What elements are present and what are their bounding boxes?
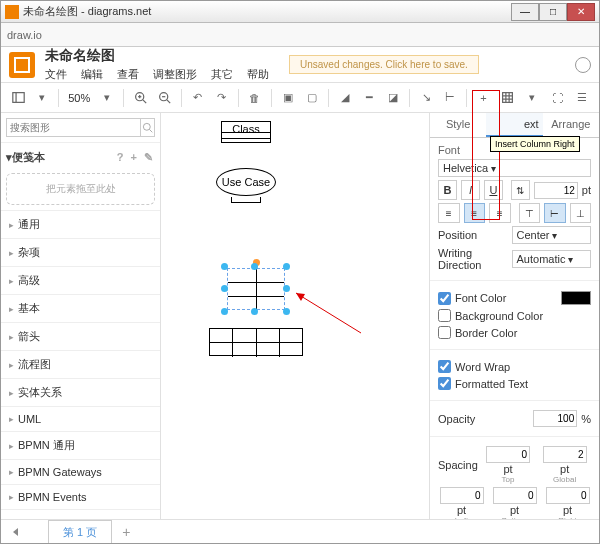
- spacing-right-input[interactable]: [546, 487, 590, 504]
- redo-icon[interactable]: ↷: [211, 87, 233, 109]
- valign-bottom-button[interactable]: ⊥: [570, 203, 592, 223]
- document-title[interactable]: 未命名绘图: [45, 47, 269, 65]
- fullscreen-icon[interactable]: ⛶: [547, 87, 569, 109]
- shape-usecase[interactable]: Use Case: [216, 168, 276, 196]
- writing-direction-select[interactable]: Automatic ▾: [512, 250, 592, 268]
- category-bpmn-gateways[interactable]: BPMN Gateways: [1, 460, 160, 485]
- align-left-button[interactable]: ≡: [438, 203, 460, 223]
- menu-other[interactable]: 其它: [211, 67, 233, 82]
- word-wrap-check[interactable]: [438, 360, 451, 373]
- category-flowchart[interactable]: 流程图: [1, 351, 160, 379]
- vertical-text-button[interactable]: ⇅: [511, 180, 530, 200]
- tab-arrange[interactable]: Arrange: [543, 113, 599, 137]
- spacing-global-input[interactable]: [543, 446, 587, 463]
- bg-color-check[interactable]: [438, 309, 451, 322]
- spacing-bottom-input[interactable]: [493, 487, 537, 504]
- insert-icon[interactable]: +: [472, 87, 494, 109]
- spacing-left-input[interactable]: [440, 487, 484, 504]
- font-size-input[interactable]: [534, 182, 578, 199]
- to-front-icon[interactable]: ▣: [277, 87, 299, 109]
- font-color-swatch[interactable]: [561, 291, 591, 305]
- valign-top-button[interactable]: ⊤: [519, 203, 541, 223]
- menu-help[interactable]: 帮助: [247, 67, 269, 82]
- resize-handle[interactable]: [251, 308, 258, 315]
- menu-file[interactable]: 文件: [45, 67, 67, 82]
- menu-edit[interactable]: 编辑: [81, 67, 103, 82]
- shape-table-selected[interactable]: [227, 268, 285, 310]
- app-label: draw.io: [7, 29, 42, 41]
- maximize-button[interactable]: □: [539, 3, 567, 21]
- search-icon[interactable]: [141, 118, 155, 137]
- connection-icon[interactable]: ↘: [415, 87, 437, 109]
- category-bpmn-events[interactable]: BPMN Events: [1, 485, 160, 510]
- fill-icon[interactable]: ◢: [334, 87, 356, 109]
- zoom-out-icon[interactable]: [153, 87, 175, 109]
- resize-handle[interactable]: [251, 263, 258, 270]
- position-label: Position: [438, 229, 508, 241]
- search-input[interactable]: [6, 118, 141, 137]
- font-select[interactable]: Helvetica ▾: [438, 159, 591, 177]
- resize-handle[interactable]: [283, 263, 290, 270]
- resize-handle[interactable]: [221, 263, 228, 270]
- shape-class[interactable]: Class: [221, 121, 271, 143]
- scratchpad-header[interactable]: ▾ 便笺本 ? + ✎: [6, 148, 155, 167]
- shadow-icon[interactable]: ◪: [382, 87, 404, 109]
- zoom-dropdown-icon[interactable]: ▾: [96, 87, 118, 109]
- valign-middle-button[interactable]: ⊢: [544, 203, 566, 223]
- opacity-input[interactable]: [533, 410, 577, 427]
- category-misc[interactable]: 杂项: [1, 239, 160, 267]
- spacing-top-input[interactable]: [486, 446, 530, 463]
- undo-icon[interactable]: ↶: [186, 87, 208, 109]
- bold-button[interactable]: B: [438, 180, 457, 200]
- page-tab[interactable]: 第 1 页: [48, 520, 112, 544]
- line-icon[interactable]: ━: [358, 87, 380, 109]
- resize-handle[interactable]: [221, 308, 228, 315]
- delete-icon[interactable]: 🗑: [244, 87, 266, 109]
- position-select[interactable]: Center ▾: [512, 226, 592, 244]
- align-center-button[interactable]: ≡: [464, 203, 486, 223]
- category-arrows[interactable]: 箭头: [1, 323, 160, 351]
- align-right-button[interactable]: ≡: [489, 203, 511, 223]
- resize-handle[interactable]: [283, 308, 290, 315]
- menu-view[interactable]: 查看: [117, 67, 139, 82]
- waypoint-icon[interactable]: ⊢: [439, 87, 461, 109]
- zoom-in-icon[interactable]: [129, 87, 151, 109]
- dropdown-icon[interactable]: ▾: [31, 87, 53, 109]
- format-panel-icon[interactable]: ☰: [571, 87, 593, 109]
- category-basic[interactable]: 基本: [1, 295, 160, 323]
- underline-button[interactable]: U: [484, 180, 503, 200]
- table-icon[interactable]: [496, 87, 518, 109]
- category-er[interactable]: 实体关系: [1, 379, 160, 407]
- page-menu-icon[interactable]: [13, 528, 18, 536]
- category-advanced[interactable]: 高级: [1, 267, 160, 295]
- toolbar: ▾ 50% ▾ ↶ ↷ 🗑 ▣ ▢ ◢ ━ ◪ ↘ ⊢ + ▾ ⛶ ☰: [1, 83, 599, 113]
- border-color-check[interactable]: [438, 326, 451, 339]
- tab-style[interactable]: Style: [430, 113, 486, 137]
- italic-button[interactable]: I: [461, 180, 480, 200]
- formatted-text-check[interactable]: [438, 377, 451, 390]
- table-dropdown-icon[interactable]: ▾: [521, 87, 543, 109]
- language-icon[interactable]: [575, 57, 591, 73]
- to-back-icon[interactable]: ▢: [301, 87, 323, 109]
- resize-handle[interactable]: [221, 285, 228, 292]
- scratchpad-dropzone[interactable]: 把元素拖至此处: [6, 173, 155, 205]
- canvas[interactable]: Class Use Case: [161, 113, 429, 519]
- category-uml[interactable]: UML: [1, 407, 160, 432]
- sidebar-toggle-icon[interactable]: [7, 87, 29, 109]
- category-general[interactable]: 通用: [1, 211, 160, 239]
- shape-usecase-connector: [231, 197, 261, 203]
- add-page-button[interactable]: +: [112, 520, 140, 544]
- unsaved-warning[interactable]: Unsaved changes. Click here to save.: [289, 55, 479, 74]
- shape-table[interactable]: [209, 328, 303, 356]
- scratchpad-actions[interactable]: ? + ✎: [117, 151, 155, 164]
- font-color-check[interactable]: [438, 292, 451, 305]
- opacity-label: Opacity: [438, 413, 529, 425]
- more-shapes-button[interactable]: + 更多图形...: [1, 510, 160, 519]
- category-bpmn-general[interactable]: BPMN 通用: [1, 432, 160, 460]
- tab-text[interactable]: Textext: [486, 113, 542, 137]
- close-button[interactable]: ✕: [567, 3, 595, 21]
- menu-adjust[interactable]: 调整图形: [153, 67, 197, 82]
- zoom-value[interactable]: 50%: [64, 92, 94, 104]
- minimize-button[interactable]: —: [511, 3, 539, 21]
- resize-handle[interactable]: [283, 285, 290, 292]
